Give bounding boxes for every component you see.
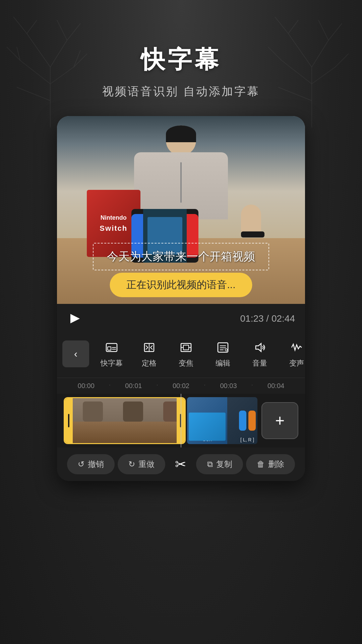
ruler-time-3: 00:03 xyxy=(220,382,237,390)
zipper xyxy=(180,162,182,203)
ruler-dot-0: · xyxy=(109,382,110,390)
tool-label-bianji: 编辑 xyxy=(216,358,230,368)
page-subtitle: 视频语音识别 自动添加字幕 xyxy=(102,84,259,99)
subtitle-icon xyxy=(104,339,120,356)
undo-icon: ↺ xyxy=(78,460,84,469)
clip-frame-2 xyxy=(113,398,153,444)
phone-mockup: Nintendo Switch xyxy=(57,116,305,481)
svg-rect-33 xyxy=(183,345,189,350)
tool-bianji[interactable]: 编辑 xyxy=(204,337,241,371)
scissors-icon: ✂ xyxy=(175,457,186,472)
ruler-dot-2: · xyxy=(204,382,205,390)
selected-clip[interactable]: 01:20 xyxy=(64,397,186,444)
toolbar: ‹ 快字幕 xyxy=(57,333,305,378)
clip-handle-left[interactable] xyxy=(65,398,73,443)
tool-kuzimu[interactable]: 快字幕 xyxy=(93,337,131,371)
volume-icon xyxy=(252,339,268,356)
back-icon: ‹ xyxy=(74,348,77,360)
unsel-frame-2: [ L, R ] xyxy=(227,397,257,444)
ruler-mark-4: 00:04 xyxy=(267,382,284,390)
svg-rect-27 xyxy=(108,347,111,350)
tool-bianjiao[interactable]: 变焦 xyxy=(168,337,204,371)
ruler-dot-3: · xyxy=(251,382,253,390)
clip-frame-1 xyxy=(73,398,113,444)
tool-dinge[interactable]: 定格 xyxy=(131,337,168,371)
video-controls: 01:23 / 02:44 xyxy=(57,304,305,333)
frame-table-1 xyxy=(73,422,113,444)
tools-list: 快字幕 定格 xyxy=(93,337,305,371)
play-icon xyxy=(70,314,80,323)
cut-button[interactable]: ✂ xyxy=(168,457,193,472)
person-hand xyxy=(241,205,268,238)
tool-label-bisheng: 变声 xyxy=(289,358,304,368)
redo-button[interactable]: ↻ 重做 xyxy=(118,454,165,474)
voice-icon xyxy=(289,339,305,356)
tool-label-kuzimu: 快字幕 xyxy=(101,358,123,368)
unsel-frame-1: Con xyxy=(187,397,227,444)
delete-icon: 🗑 xyxy=(257,460,265,469)
freeze-icon xyxy=(141,339,157,356)
unselected-clip-1[interactable]: Con [ L, R ] xyxy=(187,397,257,444)
copy-label: 复制 xyxy=(216,459,232,470)
add-icon: + xyxy=(275,413,285,429)
timeline-playhead-line xyxy=(181,394,181,447)
copy-button[interactable]: ⧉ 复制 xyxy=(196,454,243,474)
ruler-time-4: 00:04 xyxy=(267,382,284,390)
ruler-dot-1: · xyxy=(157,382,158,390)
frame-thumb-3 xyxy=(153,398,177,444)
delete-label: 删除 xyxy=(268,459,284,470)
play-button[interactable] xyxy=(67,311,83,327)
ruler-mark-0: 00:00 xyxy=(78,382,95,390)
frame-thumb-1 xyxy=(73,398,113,444)
time-display: 01:23 / 02:44 xyxy=(240,313,295,324)
copy-icon: ⧉ xyxy=(207,460,213,469)
ruler-time-1: 00:01 xyxy=(125,382,142,390)
video-area: Nintendo Switch xyxy=(57,116,305,304)
timeline-wrapper: 01:20 Con xyxy=(57,394,305,447)
ruler-mark-2: 00:02 xyxy=(173,382,189,390)
ruler-time-0: 00:00 xyxy=(78,382,95,390)
tool-yinliang[interactable]: 音量 xyxy=(241,337,278,371)
ruler-time-2: 00:02 xyxy=(173,382,189,390)
header: 快字幕 视频语音识别 自动添加字幕 xyxy=(102,0,259,113)
undo-label: 撤销 xyxy=(88,459,104,470)
clip-text-2: [ L, R ] xyxy=(227,437,257,442)
ruler-mark-1: 00:01 xyxy=(125,382,142,390)
add-clip-button[interactable]: + xyxy=(261,402,298,439)
ruler-mark-3: 00:03 xyxy=(220,382,237,390)
tool-label-yinliang: 音量 xyxy=(252,358,267,368)
processing-badge: 正在识别此视频的语音... xyxy=(110,273,252,297)
handle-bar-left xyxy=(68,414,69,427)
frame-table-3 xyxy=(153,422,177,444)
back-button[interactable]: ‹ xyxy=(62,340,89,367)
frame-thumb-2 xyxy=(113,398,153,444)
video-scene: Nintendo Switch xyxy=(57,116,305,304)
page-title: 快字幕 xyxy=(102,44,259,76)
frame-table-2 xyxy=(113,422,153,444)
page-content: 快字幕 视频语音识别 自动添加字幕 xyxy=(0,0,362,644)
ruler-marks: 00:00 · 00:01 · 00:02 · 00:03 · 00:04 xyxy=(57,382,305,390)
subtitle-overlay: 今天为大家带来一个开箱视频 xyxy=(93,243,269,270)
redo-label: 重做 xyxy=(138,459,155,470)
clip-text-1: Con xyxy=(187,436,227,442)
tool-bisheng[interactable]: 变声 xyxy=(278,337,305,371)
subtitle-text: 今天为大家带来一个开箱视频 xyxy=(107,250,255,263)
timeline-ruler: 00:00 · 00:01 · 00:02 · 00:03 · 00:04 xyxy=(57,378,305,394)
delete-button[interactable]: 🗑 删除 xyxy=(246,454,295,474)
tool-label-bianjiao: 变焦 xyxy=(179,358,193,368)
bottom-actions: ↺ 撤销 ↻ 重做 ✂ ⧉ 复制 🗑 删除 xyxy=(57,447,305,481)
tool-label-dinge: 定格 xyxy=(142,358,157,368)
clip-frame-3: 01:20 xyxy=(153,398,177,444)
edit-icon xyxy=(215,339,231,356)
zoom-icon xyxy=(178,339,194,356)
undo-button[interactable]: ↺ 撤销 xyxy=(67,454,115,474)
redo-icon: ↻ xyxy=(128,460,135,469)
clip-frames: 01:20 xyxy=(73,398,177,444)
processing-text: 正在识别此视频的语音... xyxy=(126,279,235,290)
person-hair xyxy=(166,125,196,142)
